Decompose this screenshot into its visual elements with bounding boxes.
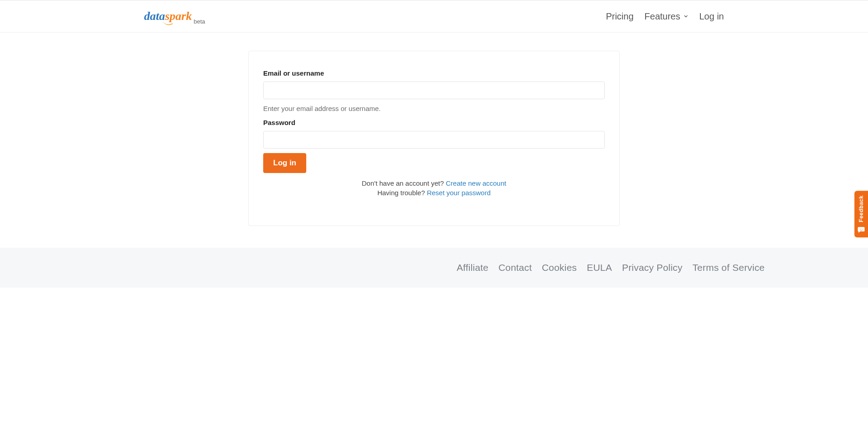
footer-link-cookies[interactable]: Cookies (542, 262, 577, 273)
brand-beta-badge: beta (193, 18, 205, 25)
main-content: Email or username Enter your email addre… (0, 33, 868, 248)
no-account-text: Don't have an account yet? (362, 179, 446, 187)
chat-icon (857, 226, 865, 234)
login-button[interactable]: Log in (263, 153, 306, 173)
brand-text-data: data (144, 10, 165, 23)
footer-link-privacy[interactable]: Privacy Policy (622, 262, 683, 273)
nav-features-label: Features (645, 11, 680, 22)
chevron-down-icon (683, 14, 689, 19)
login-card: Email or username Enter your email addre… (248, 51, 620, 226)
email-field[interactable] (263, 82, 605, 99)
nav-login[interactable]: Log in (699, 11, 724, 22)
svg-point-1 (862, 229, 863, 230)
site-footer: Affiliate Contact Cookies EULA Privacy P… (0, 248, 868, 288)
site-header: dataspark beta Pricing Features Log in (0, 0, 868, 33)
footer-link-eula[interactable]: EULA (587, 262, 612, 273)
footer-link-affiliate[interactable]: Affiliate (457, 262, 488, 273)
nav-features[interactable]: Features (645, 11, 689, 22)
nav-pricing[interactable]: Pricing (606, 11, 633, 22)
password-label: Password (263, 119, 605, 126)
feedback-tab[interactable]: Feedback (854, 191, 868, 237)
email-help-text: Enter your email address or username. (263, 105, 605, 112)
reset-password-link[interactable]: Reset your password (427, 189, 491, 197)
svg-point-0 (860, 229, 861, 230)
footer-link-contact[interactable]: Contact (498, 262, 532, 273)
footer-link-terms[interactable]: Terms of Service (692, 262, 765, 273)
feedback-label: Feedback (858, 195, 864, 222)
email-label: Email or username (263, 69, 605, 77)
brand-text-spark: spark (165, 10, 192, 23)
brand-logo[interactable]: dataspark beta (144, 10, 205, 23)
password-field[interactable] (263, 131, 605, 149)
primary-nav: Pricing Features Log in (606, 11, 724, 22)
create-account-link[interactable]: Create new account (446, 179, 506, 187)
trouble-text: Having trouble? (377, 189, 427, 197)
